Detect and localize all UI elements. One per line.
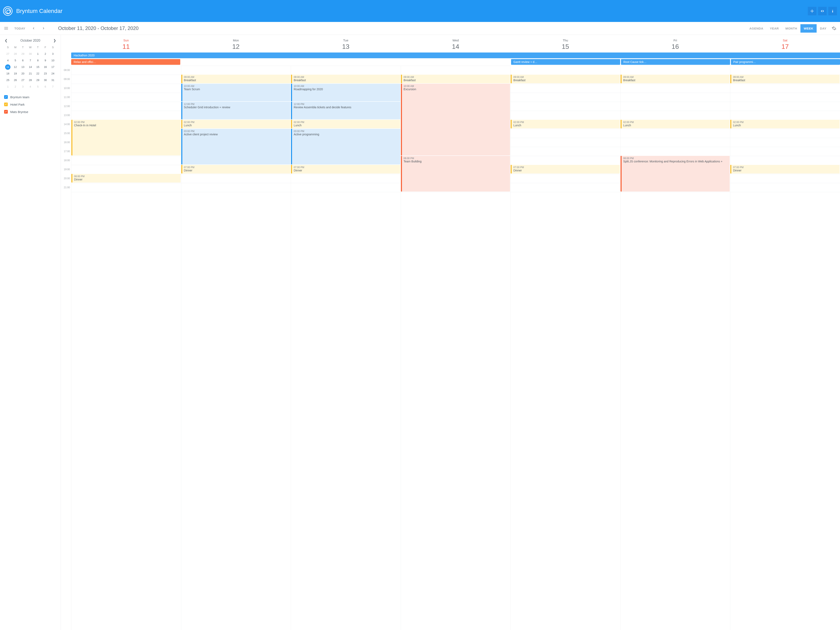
- mini-day[interactable]: 12: [13, 65, 18, 70]
- calendar-event[interactable]: 06:00 PMSplit.JS conference: Monitoring …: [621, 156, 730, 191]
- mini-day[interactable]: 3: [50, 51, 55, 57]
- mini-prev-button[interactable]: ❮: [4, 39, 8, 43]
- calendar-event[interactable]: 02:00 PMLunch: [511, 120, 620, 128]
- settings-gear-icon[interactable]: [830, 24, 838, 32]
- mini-day[interactable]: 3: [20, 84, 25, 89]
- day-column[interactable]: 09:00 AMBreakfast10:00 AMRoadmapping for…: [291, 66, 401, 630]
- mini-day[interactable]: 1: [35, 51, 41, 57]
- calendar-event[interactable]: 07:00 PMDinner: [181, 165, 291, 174]
- allday-event[interactable]: Hackathon 2020: [71, 52, 840, 58]
- day-header[interactable]: Tue13: [291, 39, 401, 51]
- day-column[interactable]: 09:00 AMBreakfast10:00 AMExcursion06:00 …: [401, 66, 511, 630]
- checkbox-icon[interactable]: [4, 110, 8, 114]
- day-header[interactable]: Fri16: [621, 39, 730, 51]
- allday-event[interactable]: Relax and offici…: [71, 59, 180, 65]
- mini-day[interactable]: 17: [50, 65, 55, 70]
- calendar-event[interactable]: 02:00 PMLunch: [181, 120, 291, 128]
- day-header[interactable]: Wed14: [401, 39, 511, 51]
- calendar-event[interactable]: 09:00 AMBreakfast: [730, 75, 840, 83]
- mini-next-button[interactable]: ❯: [53, 39, 57, 43]
- mini-day[interactable]: 10: [50, 58, 55, 63]
- mini-day[interactable]: 6: [43, 84, 48, 89]
- mini-day[interactable]: 15: [35, 65, 41, 70]
- mini-day[interactable]: 14: [28, 65, 33, 70]
- day-header[interactable]: Sat17: [730, 39, 840, 51]
- view-year[interactable]: YEAR: [767, 24, 782, 33]
- next-button[interactable]: [39, 24, 48, 32]
- mini-day[interactable]: 11: [5, 65, 11, 70]
- calendar-event[interactable]: 09:00 AMBreakfast: [401, 75, 510, 83]
- view-day[interactable]: DAY: [816, 24, 830, 33]
- resource-item[interactable]: Hotel Park: [4, 103, 57, 106]
- code-button[interactable]: [818, 7, 827, 16]
- sidebar-toggle-icon[interactable]: [2, 24, 10, 32]
- mini-day[interactable]: 21: [28, 71, 33, 76]
- mini-day[interactable]: 27: [5, 51, 11, 57]
- allday-event[interactable]: Pair programmi…: [731, 59, 840, 65]
- day-column[interactable]: 02:00 PMCheck-In in Hotel08:00 PMDinner: [71, 66, 181, 630]
- mini-day[interactable]: 22: [35, 71, 41, 76]
- mini-day[interactable]: 2: [13, 84, 18, 89]
- resource-item[interactable]: Mats Bryntse: [4, 110, 57, 114]
- mini-day[interactable]: 31: [50, 77, 55, 83]
- calendar-event[interactable]: 07:00 PMDinner: [291, 165, 400, 174]
- calendar-event[interactable]: 09:00 AMBreakfast: [291, 75, 400, 83]
- mini-day[interactable]: 19: [13, 71, 18, 76]
- mini-day[interactable]: 23: [43, 71, 48, 76]
- checkbox-icon[interactable]: [4, 95, 8, 99]
- mini-day[interactable]: 20: [20, 71, 25, 76]
- mini-day[interactable]: 5: [13, 58, 18, 63]
- mini-day[interactable]: 25: [5, 77, 11, 83]
- mini-day[interactable]: 18: [5, 71, 11, 76]
- prev-button[interactable]: [29, 24, 38, 32]
- calendar-event[interactable]: 09:00 AMBreakfast: [621, 75, 730, 83]
- today-button[interactable]: TODAY: [12, 25, 27, 32]
- mini-day[interactable]: 8: [35, 58, 41, 63]
- day-column[interactable]: 09:00 AMBreakfast02:00 PMLunch07:00 PMDi…: [510, 66, 621, 630]
- mini-day[interactable]: 7: [28, 58, 33, 63]
- calendar-event[interactable]: 03:00 PMActive programming: [291, 129, 400, 164]
- calendar-event[interactable]: 03:00 PMActive client project review: [181, 129, 291, 164]
- mini-day[interactable]: 1: [5, 84, 11, 89]
- day-column[interactable]: 09:00 AMBreakfast10:00 AMTeam Scrum12:00…: [181, 66, 291, 630]
- calendar-event[interactable]: 06:00 PMTeam Building: [401, 156, 510, 191]
- info-button[interactable]: [828, 7, 837, 16]
- resource-item[interactable]: Bryntum team: [4, 95, 57, 99]
- mini-day[interactable]: 28: [28, 77, 33, 83]
- mini-day[interactable]: 30: [28, 51, 33, 57]
- calendar-event[interactable]: 10:00 AMExcursion: [401, 84, 510, 155]
- mini-day[interactable]: 7: [50, 84, 55, 89]
- day-column[interactable]: 09:00 AMBreakfast02:00 PMLunch06:00 PMSp…: [621, 66, 730, 630]
- calendar-event[interactable]: 02:00 PMLunch: [291, 120, 400, 128]
- day-header[interactable]: Thu15: [510, 39, 621, 51]
- fullscreen-button[interactable]: [808, 7, 816, 16]
- day-header[interactable]: Mon12: [181, 39, 291, 51]
- mini-day[interactable]: 4: [28, 84, 33, 89]
- calendar-event[interactable]: 09:00 AMBreakfast: [181, 75, 291, 83]
- calendar-event[interactable]: 10:00 AMTeam Scrum: [181, 84, 291, 101]
- checkbox-icon[interactable]: [4, 103, 8, 106]
- day-header[interactable]: Sun11: [71, 39, 181, 51]
- mini-day[interactable]: 9: [43, 58, 48, 63]
- view-month[interactable]: MONTH: [782, 24, 801, 33]
- mini-day[interactable]: 29: [35, 77, 41, 83]
- mini-day[interactable]: 13: [20, 65, 25, 70]
- calendar-event[interactable]: 08:00 PMDinner: [71, 174, 181, 183]
- calendar-event[interactable]: 10:00 AMRoadmapping for 2020: [291, 84, 400, 101]
- calendar-event[interactable]: 02:00 PMLunch: [621, 120, 730, 128]
- allday-event[interactable]: Gantt review + d…: [511, 59, 620, 65]
- calendar-event[interactable]: 09:00 AMBreakfast: [511, 75, 620, 83]
- calendar-event[interactable]: 12:00 PMScheduler Grid introduction + re…: [181, 102, 291, 119]
- mini-day[interactable]: 27: [20, 77, 25, 83]
- calendar-event[interactable]: 07:00 PMDinner: [730, 165, 840, 174]
- mini-day[interactable]: 28: [13, 51, 18, 57]
- view-agenda[interactable]: AGENDA: [746, 24, 767, 33]
- calendar-event[interactable]: 12:00 PMReview Assembla tickets and deci…: [291, 102, 400, 119]
- mini-day[interactable]: 4: [5, 58, 11, 63]
- view-week[interactable]: WEEK: [801, 24, 816, 33]
- mini-day[interactable]: 29: [20, 51, 25, 57]
- mini-day[interactable]: 5: [35, 84, 41, 89]
- mini-day[interactable]: 24: [50, 71, 55, 76]
- mini-day[interactable]: 6: [20, 58, 25, 63]
- calendar-event[interactable]: 02:00 PMCheck-In in Hotel: [71, 120, 181, 155]
